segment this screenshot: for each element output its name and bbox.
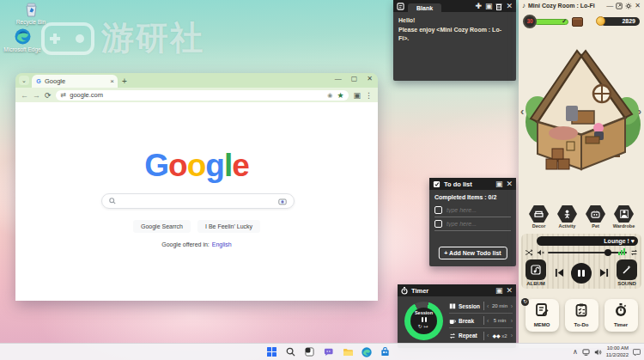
todo-tool-button[interactable]: To-Do — [565, 299, 598, 332]
browser-tab[interactable]: G Google × — [32, 75, 118, 88]
panel-close-icon[interactable]: ✕ — [635, 2, 641, 9]
increase-button[interactable]: › — [511, 333, 513, 339]
shuffle-icon[interactable] — [525, 249, 533, 256]
site-settings-icon[interactable]: ⇄ — [61, 91, 67, 99]
reward-crate-icon[interactable] — [572, 17, 583, 27]
new-tab-button[interactable]: + — [122, 76, 127, 86]
activity-button[interactable]: Activity — [556, 205, 579, 229]
screenshot-icon[interactable] — [616, 3, 623, 9]
todo-close-icon[interactable]: ✕ — [506, 180, 513, 188]
edge-icon — [15, 28, 31, 45]
bookmark-star-icon[interactable]: ★ — [337, 91, 343, 100]
settings-gear-icon[interactable] — [625, 3, 632, 9]
side-panel-icon[interactable]: ▣ — [353, 91, 361, 100]
window-maximize-button[interactable]: ▢ — [351, 75, 358, 82]
decrease-button[interactable]: ‹ — [487, 318, 489, 324]
memo-trash-icon[interactable] — [495, 3, 502, 10]
back-icon[interactable]: ← — [21, 91, 28, 100]
volume-slider[interactable] — [548, 252, 627, 253]
search-input[interactable] — [121, 198, 273, 205]
mute-icon[interactable] — [537, 249, 544, 256]
music-note-icon: ♪ — [522, 2, 526, 9]
todo-window-icon[interactable]: ▣ — [495, 180, 503, 188]
restart-icon[interactable]: ↻ — [417, 324, 423, 329]
next-track-icon[interactable] — [599, 268, 609, 278]
taskbar-search-icon[interactable] — [285, 346, 296, 357]
taskbar-edge-icon[interactable] — [361, 346, 372, 357]
memo-tab[interactable]: Blank — [408, 3, 441, 12]
todo-checkbox[interactable] — [434, 206, 442, 214]
google-search-button[interactable]: Google Searrch — [133, 220, 191, 233]
microsoft-store-icon[interactable] — [380, 346, 391, 357]
timer-tool-button[interactable]: Timer — [605, 299, 638, 332]
repeat-track-icon[interactable] — [630, 249, 638, 256]
chat-icon[interactable] — [323, 346, 334, 357]
memo-add-icon[interactable]: ✚ — [475, 2, 482, 10]
todo-item-input[interactable] — [447, 207, 507, 213]
wardrobe-icon — [620, 210, 629, 218]
timer-close-icon[interactable]: ✕ — [506, 286, 513, 295]
decor-button[interactable]: Decor — [528, 205, 550, 229]
start-button[interactable] — [266, 346, 277, 357]
notification-icon[interactable] — [633, 348, 641, 356]
decrease-button[interactable]: ‹ — [487, 303, 489, 309]
reload-icon[interactable]: ⟳ — [45, 91, 52, 100]
wardrobe-button[interactable]: Wardrobe — [613, 205, 635, 229]
todo-checkbox[interactable] — [434, 220, 442, 228]
memo-window-icon[interactable]: ▣ — [485, 2, 493, 10]
room-prev-arrow[interactable]: ‹ — [520, 105, 524, 118]
file-explorer-icon[interactable] — [342, 346, 353, 357]
increase-button[interactable]: › — [511, 318, 513, 324]
speaker-icon[interactable] — [594, 349, 602, 356]
pause-button[interactable] — [571, 263, 592, 284]
heart-icon[interactable]: ♥ — [631, 238, 635, 244]
network-icon[interactable] — [582, 349, 590, 356]
sound-button[interactable]: SOUND — [616, 259, 638, 286]
window-minimize-button[interactable]: — — [335, 75, 342, 82]
todo-item-row[interactable] — [434, 217, 511, 231]
forward-icon[interactable]: → — [33, 91, 40, 100]
xp-progress-bar: ✓ — [534, 19, 568, 25]
address-url[interactable]: google.com — [70, 91, 324, 99]
todo-item-input[interactable] — [447, 221, 507, 227]
increase-button[interactable]: › — [511, 303, 513, 309]
browser-menu-icon[interactable]: ⋮ — [365, 91, 373, 100]
share-location-icon[interactable]: ◉ — [327, 92, 332, 99]
address-bar[interactable]: ⇄ google.com ◉ ★ — [56, 90, 349, 101]
memo-body[interactable]: Hello! Please enjoy <Mini Cozy Room : Lo… — [393, 12, 516, 48]
tab-title: Google — [45, 77, 107, 85]
previous-track-icon[interactable] — [555, 268, 564, 278]
music-player: Lounge ! ♥ ALBUM SOUND — [521, 234, 641, 289]
language-link[interactable]: English — [212, 241, 232, 247]
decrease-button[interactable]: ‹ — [487, 333, 489, 339]
pet-button[interactable]: Pet — [585, 205, 607, 229]
add-todo-list-button[interactable]: + Add New Todo list — [438, 247, 507, 259]
lounge-track-pill[interactable]: Lounge ! ♥ — [537, 236, 638, 246]
desktop-icon-edge[interactable]: Microsoft Edge — [0, 28, 45, 52]
memo-tool-button[interactable]: MEMO — [526, 299, 559, 332]
panel-collapse-icon[interactable]: ↻ — [521, 298, 529, 306]
tab-search-button[interactable]: ⌄ — [19, 76, 29, 85]
memo-line: Please enjoy <Mini Cozy Room : Lo-Fi>. — [398, 26, 511, 44]
volume-knob[interactable] — [605, 249, 611, 256]
tab-close-icon[interactable]: × — [110, 77, 114, 85]
album-icon — [531, 265, 541, 275]
todo-item-row[interactable] — [434, 204, 511, 217]
google-search-box[interactable] — [101, 193, 295, 209]
task-view-icon[interactable] — [304, 346, 315, 357]
feeling-lucky-button[interactable]: I Be Feelin' Lucky — [197, 220, 260, 233]
browser-tabstrip: ⌄ G Google × + — ▢ ✕ — [15, 73, 378, 88]
pause-icon[interactable] — [410, 317, 437, 322]
timer-window-icon[interactable]: ▣ — [495, 286, 503, 295]
album-button[interactable]: ALBUM — [525, 259, 547, 286]
window-close-button[interactable]: ✕ — [367, 75, 373, 82]
memo-close-icon[interactable]: ✕ — [506, 2, 513, 10]
room-next-arrow[interactable]: › — [638, 105, 641, 118]
todo-completed-count: Completed Items : 0/2 — [434, 194, 511, 200]
camera-lens-icon[interactable] — [278, 198, 287, 205]
skip-icon[interactable]: ↦ — [424, 324, 430, 329]
tray-chevron-icon[interactable]: ∧ — [573, 348, 578, 356]
panel-minimize-icon[interactable]: — — [606, 2, 613, 9]
clock[interactable]: 10:00 AM 11/2/2022 — [606, 345, 629, 359]
desktop-icon-recycle-bin[interactable]: Recycle Bin — [9, 2, 53, 25]
